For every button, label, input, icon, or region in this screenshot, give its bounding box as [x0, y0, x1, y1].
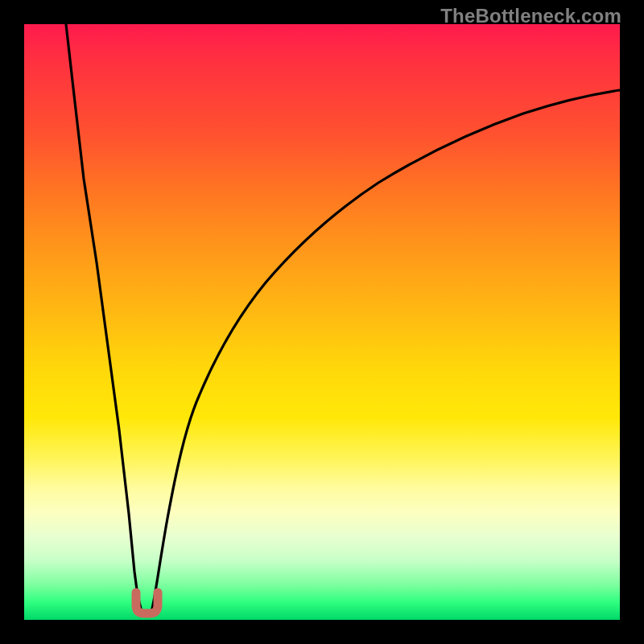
curve-left-branch	[66, 24, 141, 609]
marker-u-shape	[136, 592, 158, 613]
curve-right-branch	[152, 90, 620, 609]
chart-frame: TheBottleneck.com	[0, 0, 644, 644]
chart-canvas	[24, 24, 620, 620]
